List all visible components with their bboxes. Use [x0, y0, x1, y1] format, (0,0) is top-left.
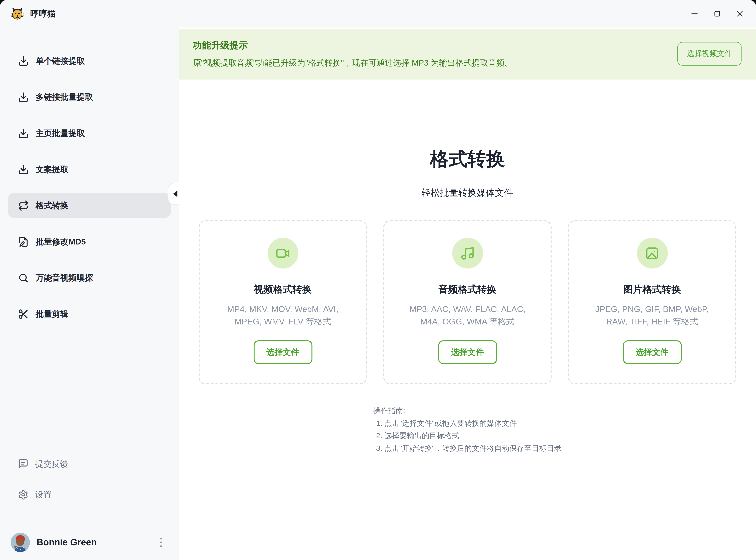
kebab-menu-icon[interactable]: [154, 534, 168, 551]
sidebar-item-label: 提交反馈: [35, 458, 68, 469]
page-title: 格式转换: [179, 146, 756, 172]
sidebar-item-label: 多链接批量提取: [36, 91, 93, 102]
sidebar-item-label: 单个链接提取: [36, 55, 85, 66]
user-name: Bonnie Green: [37, 537, 97, 548]
file-pen-icon: [18, 236, 29, 247]
download-icon: [18, 127, 29, 139]
download-icon: [18, 164, 29, 175]
sidebar-item-label: 万能音视频嗅探: [36, 272, 93, 283]
sidebar-item-universal-media-sniffer[interactable]: 万能音视频嗅探: [8, 265, 171, 290]
card-formats: MP3, AAC, WAV, FLAC, ALAC, M4A, OGG, WMA…: [393, 303, 542, 328]
minimize-icon[interactable]: [687, 6, 702, 21]
titlebar: 哼哼猫: [0, 0, 756, 27]
maximize-icon[interactable]: [709, 6, 725, 21]
window-controls: [687, 6, 747, 21]
app-title: 哼哼猫: [31, 8, 56, 19]
sidebar-item-label: 批量修改MD5: [36, 236, 86, 247]
operation-guide: 操作指南: 1. 点击"选择文件"或拖入要转换的媒体文件 2. 选择要输出的目标…: [373, 405, 562, 455]
repeat-icon: [18, 200, 29, 211]
card-formats: JPEG, PNG, GIF, BMP, WebP, RAW, TIFF, HE…: [578, 303, 727, 328]
gear-icon: [18, 489, 28, 500]
sidebar-item-label: 主页批量提取: [36, 127, 85, 139]
sidebar-collapse-handle[interactable]: [168, 183, 179, 205]
card-title: 音频格式转换: [393, 283, 542, 296]
close-icon[interactable]: [732, 6, 747, 21]
select-video-file-button[interactable]: 选择视频文件: [677, 42, 741, 66]
banner-title: 功能升级提示: [193, 39, 666, 52]
select-file-button[interactable]: 选择文件: [623, 340, 681, 364]
video-camera-icon: [275, 246, 290, 261]
guide-title: 操作指南:: [373, 405, 562, 417]
select-file-button[interactable]: 选择文件: [253, 340, 312, 364]
sidebar: 单个链接提取 多链接批量提取 主页批量提取 文案提取 格式转换: [0, 27, 179, 560]
sidebar-spacer: [8, 338, 171, 451]
feedback-bubble-icon: [18, 459, 28, 469]
image-icon: [645, 246, 660, 261]
icon-circle: [637, 238, 668, 268]
sidebar-item-label: 批量剪辑: [36, 308, 68, 319]
audio-convert-card: 音频格式转换 MP3, AAC, WAV, FLAC, ALAC, M4A, O…: [383, 220, 552, 384]
sidebar-item-batch-clip[interactable]: 批量剪辑: [8, 301, 171, 326]
guide-step: 1. 点击"选择文件"或拖入要转换的媒体文件: [376, 417, 561, 429]
select-file-button[interactable]: 选择文件: [438, 340, 497, 364]
sidebar-item-label: 文案提取: [36, 164, 68, 175]
card-title: 图片格式转换: [578, 283, 727, 296]
guide-step: 2. 选择要输出的目标格式: [376, 429, 561, 442]
search-icon: [18, 272, 29, 283]
upgrade-banner: 功能升级提示 原"视频提取音频"功能已升级为"格式转换"，现在可通过选择 MP3…: [179, 29, 756, 79]
card-title: 视频格式转换: [208, 283, 357, 296]
chevron-left-icon: [173, 191, 177, 197]
icon-circle: [267, 238, 298, 268]
scissors-icon: [18, 308, 29, 319]
page-subtitle: 轻松批量转换媒体文件: [179, 186, 756, 199]
app-window: 哼哼猫 单个链接提取: [0, 0, 756, 560]
sidebar-item-single-link-extract[interactable]: 单个链接提取: [8, 48, 171, 73]
app-logo-cat-icon: [11, 7, 24, 20]
user-profile-row[interactable]: Bonnie Green: [8, 518, 171, 560]
download-icon: [18, 91, 29, 102]
music-note-icon: [460, 246, 475, 261]
conversion-cards: 视频格式转换 MP4, MKV, MOV, WebM, AVI, MPEG, W…: [179, 220, 756, 384]
sidebar-item-homepage-batch-extract[interactable]: 主页批量提取: [8, 121, 171, 146]
sidebar-item-label: 设置: [35, 489, 52, 500]
card-formats: MP4, MKV, MOV, WebM, AVI, MPEG, WMV, FLV…: [208, 303, 357, 328]
avatar: [11, 533, 30, 552]
main-content: 功能升级提示 原"视频提取音频"功能已升级为"格式转换"，现在可通过选择 MP3…: [179, 27, 756, 560]
sidebar-item-settings[interactable]: 设置: [8, 482, 171, 507]
sidebar-item-label: 格式转换: [36, 200, 68, 211]
banner-body: 原"视频提取音频"功能已升级为"格式转换"，现在可通过选择 MP3 为输出格式提…: [193, 57, 666, 68]
icon-circle: [452, 238, 483, 268]
image-convert-card: 图片格式转换 JPEG, PNG, GIF, BMP, WebP, RAW, T…: [568, 220, 736, 384]
sidebar-item-format-convert[interactable]: 格式转换: [8, 193, 171, 218]
video-convert-card: 视频格式转换 MP4, MKV, MOV, WebM, AVI, MPEG, W…: [199, 220, 367, 384]
sidebar-item-copywriting-extract[interactable]: 文案提取: [8, 157, 171, 182]
download-icon: [18, 55, 29, 66]
sidebar-item-batch-modify-md5[interactable]: 批量修改MD5: [8, 229, 171, 254]
sidebar-item-multi-link-batch-extract[interactable]: 多链接批量提取: [8, 84, 171, 109]
guide-step: 3. 点击"开始转换"，转换后的文件将自动保存至目标目录: [376, 442, 561, 455]
sidebar-item-submit-feedback[interactable]: 提交反馈: [8, 451, 171, 476]
